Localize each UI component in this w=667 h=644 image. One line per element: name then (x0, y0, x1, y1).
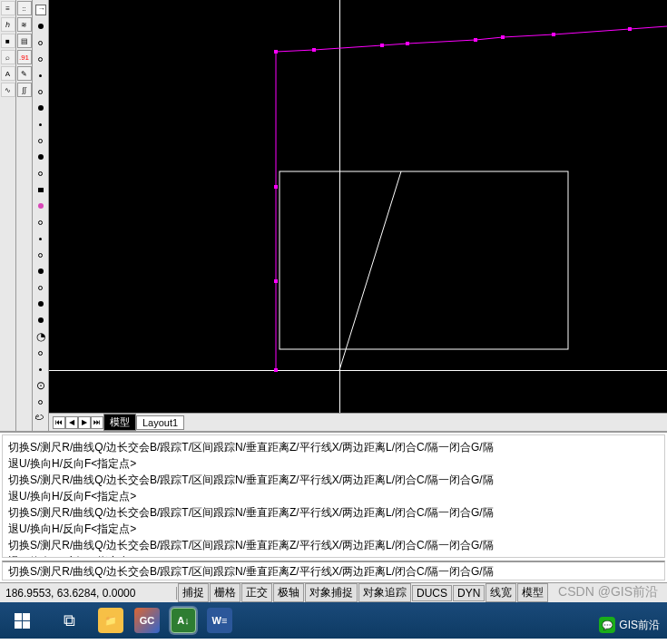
point-style-14[interactable] (34, 216, 48, 229)
svg-rect-11 (280, 171, 568, 349)
tab-nav-last[interactable]: ⏭ (91, 416, 103, 429)
svg-rect-8 (501, 35, 505, 39)
command-log: 切换S/测尺R/曲线Q/边长交会B/跟踪T/区间跟踪N/垂直距离Z/平行线X/两… (2, 434, 665, 558)
point-style-16[interactable] (34, 249, 48, 261)
point-style-11[interactable] (34, 167, 48, 180)
svg-line-12 (339, 171, 401, 370)
tool-btn-scale[interactable]: .91 (17, 50, 32, 64)
point-style-5[interactable] (34, 69, 48, 82)
point-style-25[interactable] (34, 395, 48, 408)
tab-layout1[interactable]: Layout1 (136, 415, 184, 430)
tab-nav-first[interactable]: ⏮ (53, 416, 65, 429)
tool-btn-pattern[interactable]: :: (17, 1, 32, 15)
taskbar-gc[interactable]: GC (134, 608, 160, 633)
tab-model[interactable]: 模型 (103, 414, 136, 431)
command-input[interactable]: 切换S/测尺R/曲线Q/边长交会B/跟踪T/区间跟踪N/垂直距离Z/平行线X/两… (2, 561, 665, 581)
point-style-6[interactable] (34, 85, 48, 98)
svg-rect-3 (274, 50, 278, 54)
point-style-21[interactable]: ◔ (34, 330, 48, 343)
point-style-13[interactable] (34, 200, 48, 212)
start-button[interactable] (4, 602, 40, 639)
point-style-19[interactable] (34, 298, 48, 310)
taskbar-word[interactable]: W≡ (207, 608, 232, 633)
tool-btn-h[interactable]: ℎ (1, 17, 15, 32)
wechat-icon[interactable]: 💬 (599, 617, 615, 633)
status-snap[interactable]: 捕捉 (178, 583, 209, 602)
point-style-1[interactable] (34, 4, 48, 16)
tray-text: GIS前沿 (619, 618, 660, 633)
point-style-8[interactable] (34, 118, 48, 131)
watermark: CSDN @GIS前沿 (558, 584, 658, 600)
point-style-23[interactable] (34, 363, 48, 376)
status-lwt[interactable]: 线宽 (486, 583, 516, 602)
status-ortho[interactable]: 正交 (241, 583, 272, 602)
toolbar-col-2: :: ≋ ▤ .91 ✎ ∫∫ (16, 0, 33, 431)
tab-nav-next[interactable]: ▶ (78, 416, 91, 429)
toolbar-col-3: ◔ ⊙ ల (33, 0, 49, 431)
svg-rect-0 (274, 368, 278, 372)
point-style-2[interactable] (34, 20, 48, 33)
tool-btn-grid[interactable]: ≡ (1, 1, 15, 15)
windows-icon (15, 613, 30, 629)
svg-rect-10 (628, 27, 632, 31)
point-style-4[interactable] (34, 53, 48, 65)
status-otrack[interactable]: 对象追踪 (358, 583, 411, 602)
status-ducs[interactable]: DUCS (412, 585, 452, 601)
layout-tabs: ⏮ ◀ ▶ ⏭ 模型 Layout1 (49, 413, 667, 431)
toolbar-col-1: ≡ ℎ ■ ⌕ A ∿ (0, 0, 16, 431)
canvas-area: ⏮ ◀ ▶ ⏭ 模型 Layout1 (49, 0, 667, 431)
taskbar: ⧉ 📁 GC A↓ W≡ 💬 GIS前沿 (0, 602, 667, 639)
status-osnap[interactable]: 对象捕捉 (305, 583, 358, 602)
point-style-20[interactable] (34, 314, 48, 327)
svg-rect-2 (274, 185, 278, 189)
point-style-7[interactable] (34, 102, 48, 114)
task-view-button[interactable]: ⧉ (51, 602, 87, 639)
svg-rect-6 (406, 42, 409, 45)
tool-btn-edit[interactable]: ✎ (17, 66, 32, 81)
drawing-canvas[interactable] (49, 0, 667, 413)
svg-rect-1 (274, 279, 278, 283)
svg-rect-7 (474, 38, 477, 42)
status-model[interactable]: 模型 (517, 583, 548, 602)
point-style-15[interactable] (34, 232, 48, 245)
point-style-12[interactable] (34, 183, 48, 196)
tab-nav-prev[interactable]: ◀ (65, 416, 78, 429)
taskbar-explorer[interactable]: 📁 (98, 608, 123, 633)
svg-rect-4 (312, 48, 316, 52)
point-style-17[interactable] (34, 265, 48, 278)
svg-rect-9 (552, 33, 555, 36)
status-grid[interactable]: 栅格 (210, 583, 240, 602)
tool-btn-layers[interactable]: ▤ (17, 34, 32, 48)
point-style-22[interactable] (34, 346, 48, 359)
svg-rect-5 (380, 44, 384, 47)
tool-btn-spline[interactable]: ∫∫ (17, 83, 32, 97)
status-polar[interactable]: 极轴 (273, 583, 304, 602)
point-style-24[interactable]: ⊙ (34, 379, 48, 392)
tool-btn-curve[interactable]: ∿ (1, 83, 15, 97)
status-dyn[interactable]: DYN (453, 585, 485, 601)
tool-btn-hatch[interactable]: ≋ (17, 17, 32, 32)
taskbar-cad[interactable]: A↓ (171, 608, 196, 633)
point-style-18[interactable] (34, 281, 48, 294)
point-style-3[interactable] (34, 36, 48, 49)
tool-btn-letter[interactable]: A (1, 66, 15, 81)
point-style-26[interactable]: ల (34, 412, 48, 424)
point-style-10[interactable] (34, 151, 48, 163)
status-coordinates: 186.9553, 63.6284, 0.0000 (0, 587, 177, 600)
system-tray: 💬 GIS前沿 (599, 617, 660, 633)
tool-btn-zoom[interactable]: ⌕ (1, 50, 15, 64)
tool-btn-bars[interactable]: ■ (1, 34, 15, 48)
command-area: 切换S/测尺R/曲线Q/边长交会B/跟踪T/区间跟踪N/垂直距离Z/平行线X/两… (0, 431, 667, 582)
drawing-svg (49, 0, 667, 413)
point-style-9[interactable] (34, 134, 48, 147)
